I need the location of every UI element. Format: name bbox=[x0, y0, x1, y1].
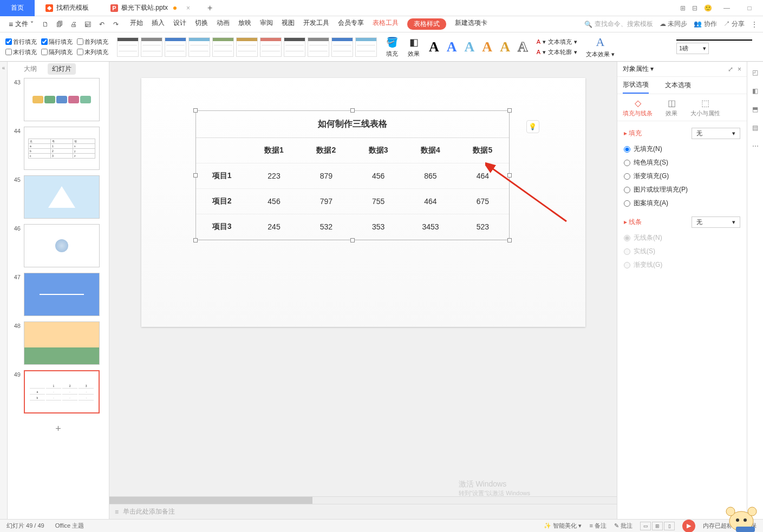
menu-insert[interactable]: 插入 bbox=[152, 18, 165, 30]
avatar-icon[interactable]: 🙂 bbox=[704, 4, 712, 12]
table-style[interactable] bbox=[355, 37, 377, 57]
line-preset-select[interactable]: 无▾ bbox=[692, 216, 740, 228]
apps-icon[interactable]: ⊞ bbox=[680, 4, 686, 12]
slide-thumb[interactable] bbox=[24, 224, 100, 267]
subtab-size[interactable]: ⬚大小与属性 bbox=[690, 98, 720, 117]
tab-shape-options[interactable]: 形状选项 bbox=[623, 77, 649, 94]
add-slide-button[interactable]: + bbox=[12, 419, 105, 439]
check-banded-row[interactable]: 隔行填充 bbox=[41, 38, 73, 46]
file-menu[interactable]: ≡ 文件 ˅ bbox=[5, 18, 37, 30]
tool-layer[interactable]: ⬒ bbox=[750, 104, 761, 115]
slide-thumb[interactable]: 名号等a1xb2yc3z bbox=[24, 127, 100, 170]
pin-icon[interactable]: ⤢ bbox=[728, 65, 733, 73]
weight-selector[interactable]: 1磅▾ bbox=[676, 43, 709, 54]
resize-handle[interactable] bbox=[350, 108, 355, 113]
slide-thumb[interactable] bbox=[24, 78, 100, 121]
grid-icon[interactable]: ⊟ bbox=[692, 4, 697, 12]
slide-thumb[interactable] bbox=[24, 273, 100, 316]
table-header[interactable] bbox=[196, 138, 248, 163]
wordart-style[interactable]: A bbox=[500, 39, 510, 55]
menu-table-tools[interactable]: 表格工具 bbox=[373, 18, 399, 30]
table-cell[interactable]: 353 bbox=[352, 214, 404, 240]
radio-solid-fill[interactable]: 纯色填充(S) bbox=[624, 158, 740, 167]
table-cell[interactable]: 223 bbox=[248, 163, 300, 189]
beautify-button[interactable]: ✨ 智能美化 ▾ bbox=[544, 522, 582, 530]
table-header[interactable]: 数据2 bbox=[300, 138, 352, 163]
wordart-style[interactable]: A bbox=[465, 39, 475, 55]
radio-solid-line[interactable]: 实线(S) bbox=[624, 247, 740, 256]
menu-table-style[interactable]: 表格样式 bbox=[407, 18, 446, 30]
menu-design[interactable]: 设计 bbox=[173, 18, 186, 30]
check-banded-col[interactable]: 隔列填充 bbox=[41, 48, 73, 56]
check-first-col[interactable]: 首列填充 bbox=[77, 38, 108, 46]
coop-button[interactable]: 👥 协作 bbox=[694, 19, 716, 29]
text-outline-button[interactable]: A▾ 文本轮廓 ▾ bbox=[537, 48, 577, 56]
table-cell[interactable]: 865 bbox=[405, 163, 457, 189]
radio-gradient-fill[interactable]: 渐变填充(G) bbox=[624, 172, 740, 181]
save-icon[interactable]: 🗋 bbox=[40, 19, 51, 30]
section-line-title[interactable]: ▸ 线条 bbox=[624, 218, 642, 227]
table-header[interactable]: 数据3 bbox=[352, 138, 404, 163]
radio-no-line[interactable]: 无线条(N) bbox=[624, 233, 740, 242]
table-cell[interactable]: 3453 bbox=[405, 214, 457, 240]
table-cell[interactable]: 464 bbox=[457, 163, 508, 189]
text-effect-button[interactable]: A 文本效果 ▾ bbox=[586, 35, 615, 58]
tool-align[interactable]: ▤ bbox=[750, 122, 761, 133]
table-cell[interactable]: 项目1 bbox=[196, 163, 248, 189]
slide-thumb-selected[interactable]: 123a···b··· bbox=[24, 370, 100, 413]
resize-handle[interactable] bbox=[350, 238, 355, 242]
play-button[interactable]: ▶ bbox=[682, 520, 695, 533]
tab-templates[interactable]: ◆ 找稻壳模板 bbox=[35, 0, 100, 16]
table-cell[interactable]: 755 bbox=[352, 189, 404, 214]
table-style[interactable] bbox=[188, 37, 210, 57]
more-icon[interactable]: ⋮ bbox=[751, 21, 758, 28]
menu-transition[interactable]: 切换 bbox=[195, 18, 208, 30]
menu-member[interactable]: 会员专享 bbox=[338, 18, 364, 30]
slide-thumb[interactable] bbox=[24, 321, 100, 365]
table-style[interactable] bbox=[331, 37, 353, 57]
saveas-icon[interactable]: 🗐 bbox=[54, 19, 65, 30]
table-style[interactable] bbox=[236, 37, 258, 57]
table-cell[interactable]: 项目2 bbox=[196, 189, 248, 214]
menu-start[interactable]: 开始 bbox=[130, 18, 143, 30]
horizontal-scrollbar[interactable] bbox=[109, 496, 617, 504]
effect-button[interactable]: ◧ 效果 bbox=[407, 36, 420, 58]
data-table[interactable]: 数据1数据2数据3数据4数据5 项目1223879456865464项目2456… bbox=[196, 138, 509, 240]
table-title[interactable]: 如何制作三线表格 bbox=[196, 111, 509, 138]
text-fill-button[interactable]: A▾ 文本填充 ▾ bbox=[537, 38, 577, 46]
menu-animation[interactable]: 动画 bbox=[217, 18, 230, 30]
table-style[interactable] bbox=[117, 37, 139, 57]
tool-select[interactable]: ◰ bbox=[750, 67, 761, 78]
menu-review[interactable]: 审阅 bbox=[260, 18, 273, 30]
view-normal[interactable]: ▭ bbox=[640, 522, 651, 530]
table-cell[interactable]: 675 bbox=[457, 189, 508, 214]
table-style[interactable] bbox=[260, 37, 282, 57]
menu-view[interactable]: 视图 bbox=[282, 18, 295, 30]
table-style[interactable] bbox=[308, 37, 329, 57]
radio-picture-fill[interactable]: 图片或纹理填充(P) bbox=[624, 185, 740, 194]
slide-thumb[interactable] bbox=[24, 175, 100, 219]
slide-canvas[interactable]: 如何制作三线表格 数据1数据2数据3数据4数据5 项目1223879456865… bbox=[141, 78, 585, 327]
table-header[interactable]: 数据1 bbox=[248, 138, 300, 163]
tab-document[interactable]: P 极光下载站.pptx × bbox=[100, 0, 201, 16]
wordart-style[interactable]: A bbox=[429, 39, 439, 55]
resize-handle[interactable] bbox=[193, 108, 198, 113]
tool-style[interactable]: ◧ bbox=[750, 86, 761, 96]
radio-pattern-fill[interactable]: 图案填充(A) bbox=[624, 199, 740, 208]
fill-preset-select[interactable]: 无▾ bbox=[692, 128, 740, 139]
menu-devtools[interactable]: 开发工具 bbox=[303, 18, 329, 30]
table-cell[interactable]: 456 bbox=[248, 189, 300, 214]
canvas-viewport[interactable]: 如何制作三线表格 数据1数据2数据3数据4数据5 项目1223879456865… bbox=[109, 62, 617, 496]
table-style[interactable] bbox=[141, 37, 162, 57]
redo-icon[interactable]: ↷ bbox=[110, 19, 121, 30]
check-last-row[interactable]: 末行填充 bbox=[5, 48, 37, 56]
slides-tab[interactable]: 幻灯片 bbox=[48, 63, 76, 75]
table-cell[interactable]: 532 bbox=[300, 214, 352, 240]
table-header[interactable]: 数据5 bbox=[457, 138, 508, 163]
wordart-style[interactable]: A bbox=[447, 39, 457, 55]
subtab-fill-line[interactable]: ◇填充与线条 bbox=[623, 98, 653, 117]
tool-more[interactable]: ⋯ bbox=[750, 141, 761, 152]
view-reading[interactable]: ▯ bbox=[664, 522, 675, 530]
resize-handle[interactable] bbox=[193, 238, 198, 242]
table-selection[interactable]: 如何制作三线表格 数据1数据2数据3数据4数据5 项目1223879456865… bbox=[195, 110, 510, 240]
